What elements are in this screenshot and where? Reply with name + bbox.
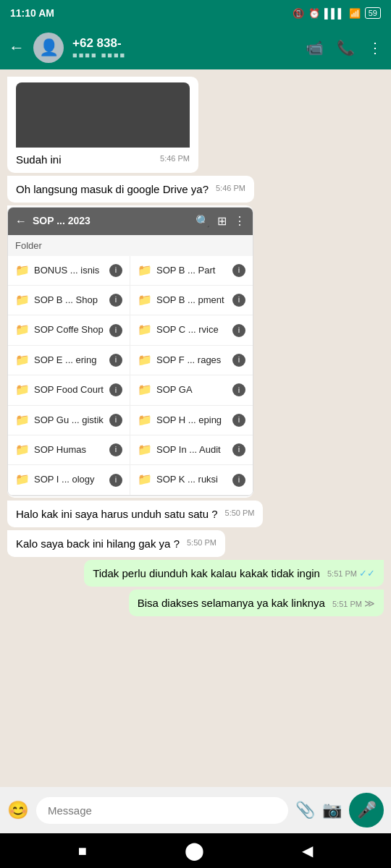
drive-item-name: SOP E ... ering <box>34 354 105 367</box>
drive-search-icon[interactable]: 🔍 <box>196 213 210 229</box>
status-bar: 11:10 AM 📵 ⏰ ▌▌▌ 📶 59 <box>0 0 391 26</box>
drive-menu-icon[interactable]: ⋮ <box>234 213 245 229</box>
drive-item[interactable]: 📁 BONUS ... isnis i <box>8 256 130 286</box>
drive-item[interactable]: 📁 SOP Humas i <box>8 435 130 465</box>
drive-grid-icon[interactable]: ⊞ <box>217 213 227 229</box>
folder-icon: 📁 <box>15 322 30 338</box>
drive-item[interactable]: 📁 SOP Gu ... gistik i <box>8 406 130 435</box>
drive-item[interactable]: 📁 SOP Food Court i <box>8 375 130 405</box>
folder-icon: 📁 <box>15 352 30 368</box>
folder-icon: 📁 <box>15 292 30 308</box>
drive-item-name: SOP B ... Part <box>156 264 228 277</box>
chat-header: ← 👤 +62 838- ■■■■ ■■■■ 📹 📞 ⋮ <box>0 26 391 69</box>
drive-item-name: SOP B ... Shop <box>34 294 105 307</box>
contact-name: +62 838- <box>72 36 297 51</box>
drive-item[interactable]: 📁 SOP B ... Shop i <box>8 286 130 315</box>
battery-icon: 59 <box>365 7 381 19</box>
message-time: 5:50 PM <box>187 537 216 548</box>
info-button[interactable]: i <box>109 414 122 427</box>
drive-item[interactable]: 📁 SOP C ... rvice i <box>130 315 253 345</box>
drive-item[interactable]: 📁 SOP B ... pment i <box>130 286 253 315</box>
emoji-button[interactable]: 😊 <box>7 800 29 820</box>
info-button[interactable]: i <box>232 474 245 487</box>
phone-call-icon[interactable]: 📞 <box>337 39 355 56</box>
more-options-icon[interactable]: ⋮ <box>368 39 382 56</box>
mic-icon: 🎤 <box>357 801 377 820</box>
info-button[interactable]: i <box>232 264 245 277</box>
info-button[interactable]: i <box>109 443 122 456</box>
info-button[interactable]: i <box>232 324 245 337</box>
camera-button[interactable]: 📷 <box>322 801 342 820</box>
drive-item[interactable]: 📁 SOP Coffe Shop i <box>8 315 130 345</box>
drive-item[interactable]: 📁 SOP I ... ology i <box>8 465 130 495</box>
message-time: 5:51 PM ≫ <box>332 597 375 611</box>
message-bubble: Sudah ini 5:46 PM <box>7 77 198 173</box>
drive-item[interactable]: 📁 SOP E ... ering i <box>8 346 130 375</box>
info-button[interactable]: i <box>109 324 122 337</box>
drive-item-name: SOP Food Court <box>34 383 105 396</box>
folder-icon: 📁 <box>138 263 152 278</box>
signal-icon: ▌▌▌ <box>324 8 345 19</box>
home-button[interactable]: ⬤ <box>185 841 204 861</box>
drive-item-name: SOP K ... ruksi <box>156 473 228 486</box>
info-button[interactable]: i <box>232 414 245 427</box>
drive-item-name: SOP H ... eping <box>156 414 228 427</box>
drive-section-label: Folder <box>8 235 253 255</box>
drive-item-name: SOP GA <box>156 383 228 396</box>
drive-item[interactable]: 📁 SOP F ... rages i <box>130 346 253 375</box>
drive-item-name: SOP F ... rages <box>156 354 228 367</box>
folder-icon: 📁 <box>15 263 30 278</box>
drive-item-name: SOP Gu ... gistik <box>34 414 105 427</box>
info-button[interactable]: i <box>109 474 122 487</box>
info-button[interactable]: i <box>109 383 122 396</box>
message-text: Halo kak ini saya harus unduh satu satu … <box>16 508 218 520</box>
drive-item[interactable]: 📁 SOP In ... Audit i <box>130 435 253 465</box>
info-button[interactable]: i <box>232 443 245 456</box>
info-button[interactable]: i <box>232 354 245 367</box>
drive-item-name: SOP Humas <box>34 443 105 456</box>
chat-body: Sudah ini 5:46 PM Oh langsung masuk di g… <box>0 69 391 787</box>
drive-item[interactable]: 📁 SOP K ... ruksi i <box>130 465 253 495</box>
message-text: Tidak perlu diunduh kak kalau kakak tida… <box>93 567 320 579</box>
drive-back-button[interactable]: ← <box>15 213 27 229</box>
folder-icon: 📁 <box>138 412 152 428</box>
folder-icon: 📁 <box>138 292 152 308</box>
drive-item[interactable]: 📁 SOP H ... eping i <box>130 406 253 435</box>
message-row: Kalo saya back ini hilang gak ya ? 5:50 … <box>7 530 384 557</box>
info-button[interactable]: i <box>232 294 245 307</box>
message-row: Halo kak ini saya harus unduh satu satu … <box>7 501 384 527</box>
drive-file-grid: 📁 BONUS ... isnis i 📁 SOP B ... Part i 📁… <box>8 256 253 495</box>
drive-header-icons: 🔍 ⊞ ⋮ <box>196 213 245 229</box>
folder-icon: 📁 <box>15 412 30 428</box>
message-time: 5:46 PM <box>216 183 245 194</box>
square-button[interactable]: ■ <box>78 843 87 859</box>
input-bar: 😊 📎 📷 🎤 <box>0 787 391 833</box>
avatar: 👤 <box>33 33 64 63</box>
back-button[interactable]: ◀ <box>302 842 313 859</box>
drive-item[interactable]: 📁 SOP B ... Part i <box>130 256 253 286</box>
message-bubble: Kalo saya back ini hilang gak ya ? 5:50 … <box>7 530 225 557</box>
info-button[interactable]: i <box>232 383 245 396</box>
back-button[interactable]: ← <box>9 38 25 57</box>
info-button[interactable]: i <box>109 264 122 277</box>
video-call-icon[interactable]: 📹 <box>306 39 324 56</box>
drive-item-name: SOP Coffe Shop <box>34 323 105 336</box>
header-icons: 📹 📞 ⋮ <box>306 39 382 56</box>
folder-icon: 📁 <box>138 442 152 458</box>
message-text: Oh langsung masuk di google Drive ya? <box>16 183 209 195</box>
drive-card-bubble: ← SOP ... 2023 🔍 ⊞ ⋮ Folder 📁 BONUS ... … <box>7 205 253 498</box>
message-input[interactable] <box>36 797 288 824</box>
alarm-icon: ⏰ <box>308 8 320 19</box>
drive-item-name: BONUS ... isnis <box>34 264 105 277</box>
info-button[interactable]: i <box>109 294 122 307</box>
drive-item-name: SOP In ... Audit <box>156 443 228 456</box>
attach-button[interactable]: 📎 <box>295 801 315 820</box>
read-ticks: ✓✓ <box>359 568 375 579</box>
folder-icon: 📁 <box>15 382 30 398</box>
folder-icon: 📁 <box>15 442 30 458</box>
info-button[interactable]: i <box>109 354 122 367</box>
drive-item[interactable]: 📁 SOP GA i <box>130 375 253 405</box>
message-text: Kalo saya back ini hilang gak ya ? <box>16 537 180 550</box>
folder-icon: 📁 <box>138 472 152 488</box>
mic-button[interactable]: 🎤 <box>349 793 384 827</box>
